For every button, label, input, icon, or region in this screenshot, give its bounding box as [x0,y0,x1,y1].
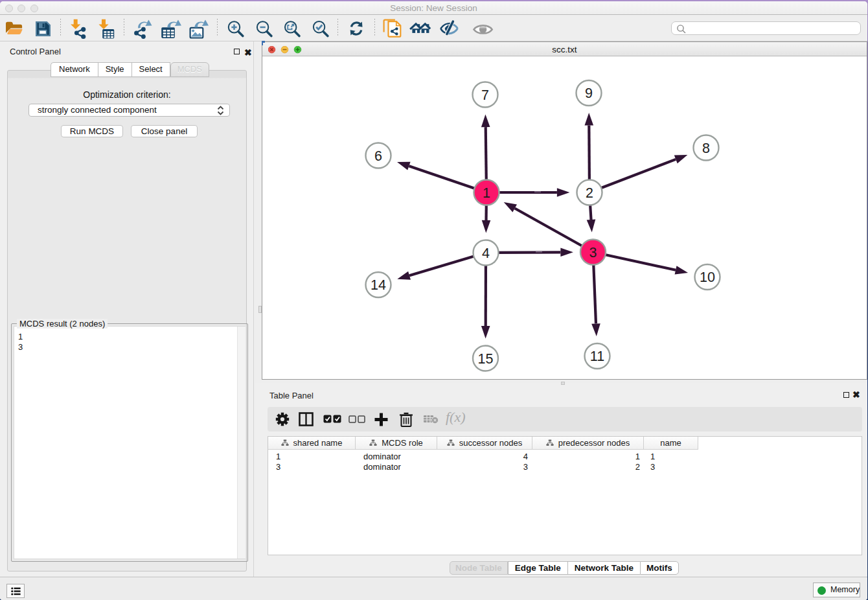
svg-text:7: 7 [481,87,489,103]
svg-text:4: 4 [482,246,490,261]
svg-text:11: 11 [590,349,604,364]
svg-text:10: 10 [700,270,715,285]
svg-text:9: 9 [585,86,593,101]
svg-text:2: 2 [586,185,593,201]
svg-text:14: 14 [371,277,386,293]
svg-text:3: 3 [589,245,597,260]
svg-text:1: 1 [483,185,490,201]
svg-text:6: 6 [374,148,382,164]
svg-text:15: 15 [478,351,494,367]
svg-text:8: 8 [702,141,710,156]
